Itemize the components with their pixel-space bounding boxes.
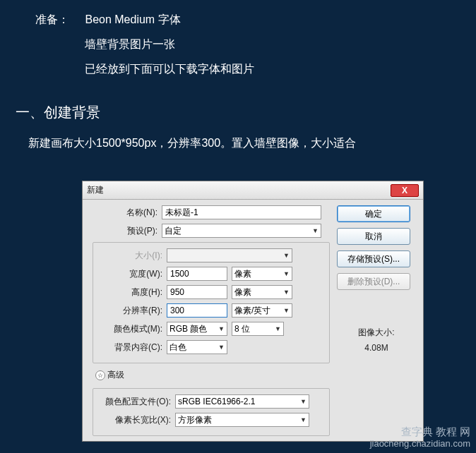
chevron-icon: ☆ <box>95 370 105 380</box>
chevron-down-icon: ▼ <box>218 344 225 351</box>
size-label: 大小(I): <box>97 250 167 262</box>
chevron-down-icon: ▼ <box>300 416 307 423</box>
name-input[interactable] <box>162 205 321 219</box>
chevron-down-icon: ▼ <box>218 325 225 332</box>
close-button[interactable]: X <box>391 184 419 197</box>
watermark-title: 查字典 教程 网 <box>370 425 470 439</box>
dialog-titlebar[interactable]: 新建 X <box>83 181 423 200</box>
advanced-label: 高级 <box>107 369 124 381</box>
description-text: 新建画布大小1500*950px，分辨率300。置入墙壁图像，大小适合 <box>28 136 476 151</box>
color-profile-value: sRGB IEC61966-2.1 <box>178 397 255 406</box>
bit-depth-select[interactable]: 8 位 ▼ <box>232 322 284 336</box>
height-unit-value: 像素 <box>234 286 251 298</box>
bit-depth-value: 8 位 <box>234 323 250 335</box>
background-value: 白色 <box>169 342 186 354</box>
resolution-input[interactable] <box>167 303 227 318</box>
image-size-value: 4.08M <box>337 341 416 356</box>
preset-value: 自定 <box>165 225 182 237</box>
watermark-url: jiaocheng.chazidian.com <box>370 438 470 450</box>
width-unit-select[interactable]: 像素 ▼ <box>232 267 292 281</box>
watermark: 查字典 教程 网 jiaocheng.chazidian.com <box>370 425 470 450</box>
prepare-item-2: 墙壁背景图片一张 <box>85 32 448 56</box>
prepare-label: 准备： <box>35 13 69 25</box>
background-label: 背景内容(C): <box>97 342 167 354</box>
prepare-item-1: Beon Medium 字体 <box>85 13 180 25</box>
preset-select[interactable]: 自定 ▼ <box>162 224 321 238</box>
size-select: ▼ <box>167 248 292 262</box>
pixel-aspect-value: 方形像素 <box>178 414 212 426</box>
advanced-toggle[interactable]: ☆ 高级 <box>95 369 124 381</box>
new-document-dialog: 新建 X 名称(N): 预设(P): 自定 ▼ 大小(I): ▼ <box>82 181 424 442</box>
resolution-unit-select[interactable]: 像素/英寸 ▼ <box>232 303 292 318</box>
color-mode-value: RGB 颜色 <box>169 323 207 335</box>
cancel-button[interactable]: 取消 <box>337 228 410 245</box>
pixel-aspect-label: 像素长宽比(X): <box>97 414 175 426</box>
ok-button[interactable]: 确定 <box>337 205 410 222</box>
section-title: 一、创建背景 <box>16 103 476 122</box>
height-unit-select[interactable]: 像素 ▼ <box>232 285 292 299</box>
save-preset-button[interactable]: 存储预设(S)... <box>337 250 410 267</box>
color-profile-select[interactable]: sRGB IEC61966-2.1 ▼ <box>175 394 309 409</box>
name-label: 名称(N): <box>93 207 162 219</box>
color-mode-label: 颜色模式(M): <box>97 323 167 335</box>
resolution-label: 分辨率(R): <box>97 305 167 317</box>
chevron-down-icon: ▼ <box>275 325 281 332</box>
chevron-down-icon: ▼ <box>283 252 290 259</box>
background-select[interactable]: 白色 ▼ <box>167 340 227 354</box>
dialog-title: 新建 <box>87 184 391 196</box>
prepare-item-3: 已经放到下面可以下载字体和图片 <box>85 56 448 81</box>
color-profile-label: 颜色配置文件(O): <box>97 396 175 408</box>
height-label: 高度(H): <box>97 286 167 298</box>
width-label: 宽度(W): <box>97 268 167 280</box>
resolution-unit-value: 像素/英寸 <box>234 305 270 317</box>
width-input[interactable] <box>167 267 227 281</box>
width-unit-value: 像素 <box>234 268 251 280</box>
size-fieldset: 大小(I): ▼ 宽度(W): 像素 ▼ 高度(H): <box>93 242 330 363</box>
chevron-down-icon: ▼ <box>283 289 290 296</box>
delete-preset-button: 删除预设(D)... <box>337 273 410 290</box>
pixel-aspect-select[interactable]: 方形像素 ▼ <box>175 413 309 427</box>
advanced-fieldset: 颜色配置文件(O): sRGB IEC61966-2.1 ▼ 像素长宽比(X):… <box>93 388 330 436</box>
chevron-down-icon: ▼ <box>312 227 319 234</box>
chevron-down-icon: ▼ <box>283 270 290 277</box>
height-input[interactable] <box>167 285 227 299</box>
preset-label: 预设(P): <box>93 225 162 237</box>
chevron-down-icon: ▼ <box>283 307 290 314</box>
image-size-label: 图像大小: <box>337 325 416 341</box>
color-mode-select[interactable]: RGB 颜色 ▼ <box>167 322 227 336</box>
chevron-down-icon: ▼ <box>300 398 307 405</box>
